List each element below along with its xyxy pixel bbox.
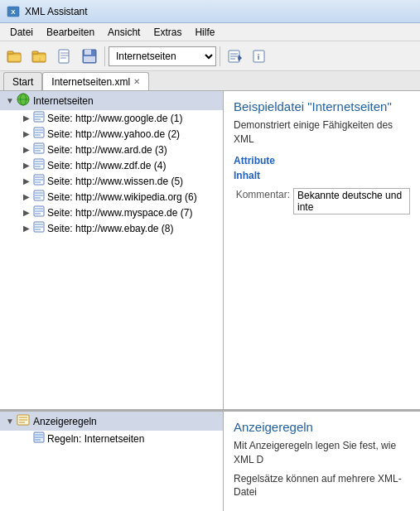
left-panel: ▼ Internetseiten ▶ [0, 91, 224, 511]
info-icon: i [252, 48, 268, 65]
tree-item-0[interactable]: ▶ Seite: http://www.google.de (1) [0, 110, 223, 126]
tree-expander-6: ▶ [20, 206, 33, 219]
svg-rect-9 [59, 50, 69, 63]
tree-expander-3: ▶ [20, 159, 33, 172]
tree-expander-7: ▶ [20, 222, 33, 235]
tab-close-button[interactable]: ✕ [133, 77, 140, 86]
tree-page-icon-0 [33, 111, 45, 125]
main-content: ▼ Internetseiten ▶ [0, 91, 420, 511]
toolbar-separator-2 [220, 46, 220, 66]
open-recent-button[interactable]: ↓ [28, 45, 51, 68]
menu-hilfe[interactable]: Hilfe [188, 25, 221, 40]
tree-rules-item-0-label: Regeln: Internetseiten [47, 433, 144, 445]
svg-text:↓: ↓ [39, 56, 41, 61]
tree-item-2[interactable]: ▶ Seite: http://www.ard.de (3) [0, 142, 223, 157]
tree-rules-icon [17, 413, 30, 429]
tree-item-6-label: Seite: http://www.myspace.de (7) [47, 207, 192, 219]
tree-page-icon-1 [33, 127, 45, 141]
tree-expander-4: ▶ [20, 175, 33, 188]
tree-item-3-label: Seite: http://www.zdf.de (4) [47, 160, 166, 171]
tree-root-anzeigeregeln-label: Anzeigeregeln [33, 416, 97, 427]
tree-expander-rules-0: ▶ [20, 432, 33, 446]
tree-item-0-label: Seite: http://www.google.de (1) [47, 113, 182, 124]
tree-page-icon-7 [33, 221, 45, 235]
tree-rules-child-icon [33, 431, 45, 446]
tree-root-internetseiten[interactable]: ▼ Internetseiten [0, 91, 223, 110]
tree-section-top: ▼ Internetseiten ▶ [0, 91, 223, 412]
tree-expander-2: ▶ [20, 143, 33, 157]
svg-rect-6 [32, 51, 38, 54]
tree-root-internetseiten-label: Internetseiten [33, 95, 94, 107]
menu-extras[interactable]: Extras [147, 25, 188, 40]
tree-expander-internetseiten[interactable]: ▼ [3, 94, 17, 108]
tree-page-icon-3 [33, 158, 45, 172]
toolbar: ↓ Internetseiten [0, 41, 420, 71]
tree-item-5[interactable]: ▶ Seite: http://www.wikipedia.org (6) [0, 189, 223, 205]
tree-item-2-label: Seite: http://www.ard.de (3) [47, 144, 167, 156]
tree-expander-0: ▶ [20, 112, 33, 125]
save-button[interactable] [78, 45, 101, 68]
title-bar: X XML Assistant [0, 0, 420, 23]
tree-page-icon-5 [33, 190, 45, 204]
tree-item-1-label: Seite: http://www.yahoo.de (2) [47, 128, 180, 140]
menu-ansicht[interactable]: Ansicht [101, 25, 147, 40]
tree-item-1[interactable]: ▶ Seite: http://www.yahoo.de (2) [0, 126, 223, 142]
tree-rules-item-0[interactable]: ▶ Regeln: Internetseiten [0, 431, 223, 446]
open-button[interactable] [3, 45, 27, 68]
tree-expander-1: ▶ [20, 128, 33, 141]
svg-rect-4 [8, 55, 21, 61]
svg-rect-14 [84, 50, 91, 55]
tree-root-anzeigeregeln[interactable]: ▼ Anzeigeregeln [0, 412, 223, 431]
right-top-section: Beispieldatei "Internetseiten" Demonstri… [224, 91, 420, 412]
save-icon [81, 48, 98, 65]
tree-globe-icon [17, 93, 30, 108]
right-bottom-line1: Mit Anzeigeregeln legen Sie fest, wie XM… [234, 439, 410, 467]
tree-item-3[interactable]: ▶ Seite: http://www.zdf.de (4) [0, 157, 223, 173]
tree-item-7-label: Seite: http://www.ebay.de (8) [47, 223, 174, 234]
edit-button[interactable] [224, 45, 247, 68]
attribute-link[interactable]: Attribute [234, 155, 410, 166]
toolbar-separator-1 [104, 46, 105, 66]
menu-bearbeiten[interactable]: Bearbeiten [40, 25, 101, 40]
svg-rect-15 [84, 56, 95, 62]
app-icon: X [7, 5, 20, 18]
tree-page-icon-4 [33, 174, 45, 188]
open-recent-icon: ↓ [31, 48, 48, 65]
svg-text:X: X [11, 8, 16, 16]
tree-item-4[interactable]: ▶ Seite: http://www.wissen.de (5) [0, 173, 223, 189]
tree-section-bottom: ▼ Anzeigeregeln ▶ [0, 412, 223, 511]
svg-rect-3 [7, 51, 13, 54]
tree-item-7[interactable]: ▶ Seite: http://www.ebay.de (8) [0, 220, 223, 236]
right-bottom-section: Anzeigeregeln Mit Anzeigeregeln legen Si… [224, 412, 420, 511]
open-icon [7, 48, 23, 65]
tab-internetseiten[interactable]: Internetseiten.xml ✕ [42, 72, 149, 90]
tab-start[interactable]: Start [3, 72, 42, 90]
tree-item-6[interactable]: ▶ Seite: http://www.myspace.de (7) [0, 205, 223, 220]
right-top-description: Demonstriert einige Fähigkeiten des XML [234, 118, 410, 147]
tree-item-5-label: Seite: http://www.wikipedia.org (6) [47, 191, 197, 203]
tree-page-icon-2 [33, 142, 45, 157]
right-top-title: Beispieldatei "Internetseiten" [234, 99, 410, 113]
edit-icon [227, 48, 244, 65]
tab-bar: Start Internetseiten.xml ✕ [0, 71, 420, 91]
tree-page-icon-6 [33, 205, 45, 219]
svg-text:i: i [258, 53, 260, 61]
tree-expander-anzeigeregeln[interactable]: ▼ [3, 415, 17, 428]
right-bottom-line2: Regelsätze können auf mehrere XML-Datei [234, 472, 410, 500]
app-title: XML Assistant [25, 6, 88, 17]
tree-item-4-label: Seite: http://www.wissen.de (5) [47, 176, 183, 187]
menu-bar: Datei Bearbeiten Ansicht Extras Hilfe [0, 23, 420, 41]
tree-expander-5: ▶ [20, 190, 33, 204]
comment-value: Bekannte deutsche und inte [293, 188, 410, 215]
right-panel: Beispieldatei "Internetseiten" Demonstri… [224, 91, 420, 511]
comment-row: Kommentar: Bekannte deutsche und inte [234, 188, 410, 215]
inhalt-link[interactable]: Inhalt [234, 170, 410, 181]
right-bottom-title: Anzeigeregeln [234, 420, 410, 434]
new-button[interactable] [53, 45, 76, 68]
template-dropdown[interactable]: Internetseiten [109, 46, 216, 66]
new-icon [56, 48, 73, 65]
menu-datei[interactable]: Datei [3, 25, 40, 40]
comment-label: Kommentar: [234, 188, 290, 200]
info-button[interactable]: i [249, 45, 272, 68]
